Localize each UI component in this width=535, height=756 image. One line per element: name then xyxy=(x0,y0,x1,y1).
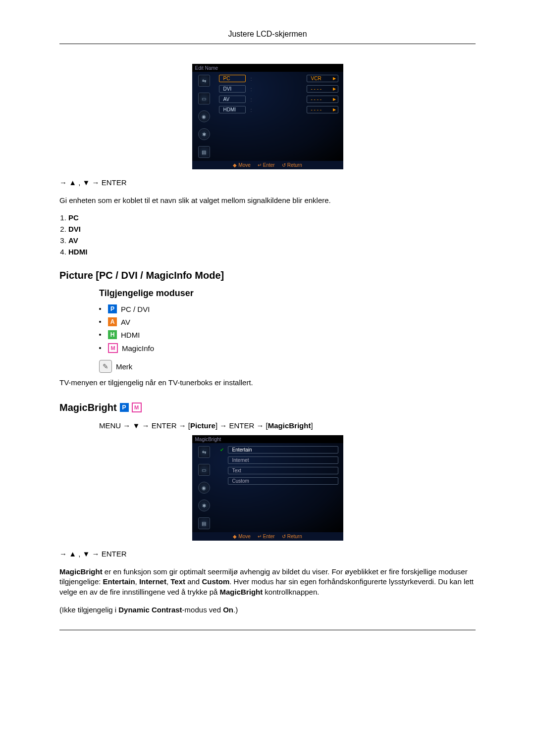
osd-title: MagicBright xyxy=(192,435,343,443)
osd-value: - - - -▶ xyxy=(307,85,338,93)
page: Justere LCD-skjermen Edit Name ⇆ ▭ ◉ ✱ ▤… xyxy=(0,0,535,660)
subheading-available-modes: Tilgjengelige moduser xyxy=(99,288,476,299)
osd-value: VCR▶ xyxy=(307,75,338,82)
osd-icon-picture: ▭ xyxy=(198,464,210,476)
mode-label: PC / DVI xyxy=(121,305,150,313)
osd-sep: : xyxy=(249,86,254,92)
osd-row-hdmi: HDMI : - - - -▶ xyxy=(219,106,338,113)
osd-icon-setup: ✱ xyxy=(198,128,210,140)
osd-foot-return: ↺Return xyxy=(282,534,302,539)
magicbright-description: MagicBright er en funksjon som gir optim… xyxy=(59,567,476,597)
divider-bottom xyxy=(59,630,476,630)
osd-opt-text: Text xyxy=(219,467,338,474)
note-row: ✎ Merk xyxy=(99,360,476,373)
osd-icon-multi: ▤ xyxy=(198,517,210,529)
badge-m-icon: M xyxy=(132,403,142,412)
badge-a-icon: A xyxy=(108,317,117,326)
intro-paragraph: Gi enheten som er koblet til et navn sli… xyxy=(59,196,476,205)
badge-h-icon: H xyxy=(108,330,117,339)
list-item: AV xyxy=(68,236,476,245)
osd-icon-sound: ◉ xyxy=(198,110,210,122)
badge-p-icon: P xyxy=(108,304,117,313)
osd-icon-input: ⇆ xyxy=(198,75,210,87)
osd-sidebar: ⇆ ▭ ◉ ✱ ▤ xyxy=(192,443,216,532)
check-icon: ✔ xyxy=(219,447,225,453)
osd-row-dvi: DVI : - - - -▶ xyxy=(219,85,338,93)
divider-top xyxy=(59,44,476,44)
not-available-note: (Ikke tilgjengelig i Dynamic Contrast-mo… xyxy=(59,605,476,615)
nav-instruction: → ▲ , ▼ → ENTER xyxy=(59,550,476,558)
list-item: HDMI xyxy=(68,248,476,256)
osd-edit-name: Edit Name ⇆ ▭ ◉ ✱ ▤ PC : VCR▶ DVI : - - … xyxy=(192,64,343,169)
osd-sep: : xyxy=(249,97,254,102)
mode-label: AV xyxy=(121,318,130,326)
note-label: Merk xyxy=(116,362,132,371)
magicbright-heading: MagicBright P M xyxy=(59,402,476,413)
osd-body: ⇆ ▭ ◉ ✱ ▤ ✔Entertain Internet Text Custo… xyxy=(192,443,343,532)
osd-sep: : xyxy=(249,107,254,113)
osd-label: AV xyxy=(219,96,246,103)
badge-p-icon: P xyxy=(120,403,129,412)
osd-sep: : xyxy=(249,76,254,82)
osd-icon-picture: ▭ xyxy=(198,93,210,104)
source-list: PC DVI AV HDMI xyxy=(59,213,476,256)
section-picture-heading: Picture [PC / DVI / MagicInfo Mode] xyxy=(59,270,476,281)
osd-foot-enter: ↵Enter xyxy=(258,162,275,168)
osd-title: Edit Name xyxy=(192,64,343,72)
mode-label: HDMI xyxy=(121,331,140,339)
list-item: DVI xyxy=(68,225,476,233)
osd-value: - - - -▶ xyxy=(307,106,338,113)
mode-item-magicinfo: MMagicInfo xyxy=(99,343,476,353)
osd-foot-move: ◆Move xyxy=(233,162,250,168)
nav-instruction: → ▲ , ▼ → ENTER xyxy=(59,178,476,187)
mode-label: MagicInfo xyxy=(122,344,154,353)
osd-label: DVI xyxy=(219,85,246,93)
osd-footer: ◆Move ↵Enter ↺Return xyxy=(192,532,343,541)
osd-icon-setup: ✱ xyxy=(198,500,210,511)
mode-item-pcdvi: PPC / DVI xyxy=(99,304,476,313)
badge-m-icon: M xyxy=(108,343,118,353)
osd-row-av: AV : - - - -▶ xyxy=(219,96,338,103)
osd-main: PC : VCR▶ DVI : - - - -▶ AV : - - - -▶ H… xyxy=(216,72,343,161)
osd-row-pc: PC : VCR▶ xyxy=(219,75,338,82)
osd-icon-input: ⇆ xyxy=(198,446,210,458)
osd-label: HDMI xyxy=(219,106,246,113)
note-icon: ✎ xyxy=(99,360,112,373)
osd-main: ✔Entertain Internet Text Custom xyxy=(216,443,343,532)
note-text: TV-menyen er tilgjengelig når en TV-tune… xyxy=(59,378,476,388)
osd-foot-move: ◆Move xyxy=(233,534,250,539)
osd-body: ⇆ ▭ ◉ ✱ ▤ PC : VCR▶ DVI : - - - -▶ AV xyxy=(192,72,343,161)
osd-value: - - - -▶ xyxy=(307,96,338,103)
osd-footer: ◆Move ↵Enter ↺Return xyxy=(192,161,343,169)
osd-magicbright: MagicBright ⇆ ▭ ◉ ✱ ▤ ✔Entertain Interne… xyxy=(192,435,343,541)
osd-foot-enter: ↵Enter xyxy=(258,534,275,539)
osd-opt-entertain: ✔Entertain xyxy=(219,446,338,454)
osd-opt-internet: Internet xyxy=(219,456,338,464)
osd-label: PC xyxy=(219,75,246,82)
menu-path: MENU → ▼ → ENTER → [Picture] → ENTER → [… xyxy=(99,420,476,432)
osd-sidebar: ⇆ ▭ ◉ ✱ ▤ xyxy=(192,72,216,161)
osd-foot-return: ↺Return xyxy=(282,162,302,168)
mode-item-hdmi: HHDMI xyxy=(99,330,476,339)
osd-opt-custom: Custom xyxy=(219,477,338,485)
page-header: Justere LCD-skjermen xyxy=(59,30,476,44)
list-item: PC xyxy=(68,213,476,222)
mode-list: PPC / DVI AAV HHDMI MMagicInfo xyxy=(99,304,476,353)
mode-item-av: AAV xyxy=(99,317,476,326)
osd-icon-multi: ▤ xyxy=(198,146,210,158)
osd-icon-sound: ◉ xyxy=(198,482,210,494)
